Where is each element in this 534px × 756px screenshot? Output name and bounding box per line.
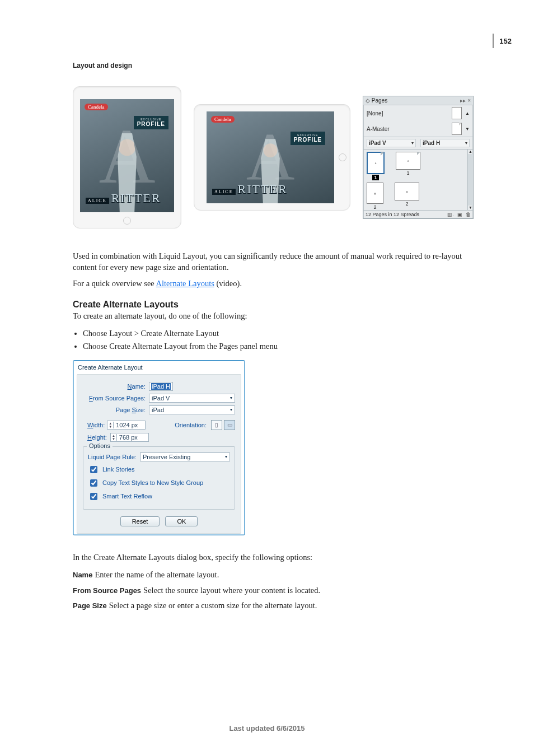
page-thumb[interactable]: ▦ 2 — [395, 183, 419, 210]
lead-text: To create an alternate layout, do one of… — [73, 311, 484, 322]
scroll-up-icon[interactable]: ▲ — [465, 111, 470, 116]
page-number: 152 — [499, 37, 512, 45]
heading-create-alternate: Create Alternate Layouts — [73, 300, 484, 310]
orientation-portrait-button[interactable]: ▯ — [211, 420, 222, 430]
page-size-select[interactable]: iPad▾ — [149, 405, 235, 414]
page-thumbnails: A 1 A 1 ▦ 2 ▦ — [363, 150, 467, 210]
from-source-label: From Source Pages: — [83, 395, 146, 402]
dialog-title: Create Alternate Layout — [74, 362, 243, 374]
page-thumb[interactable]: A 1 — [367, 152, 385, 180]
definition-from-source: From Source PagesSelect the source layou… — [73, 584, 484, 596]
para-liquid: Used in combination with Liquid Layout, … — [73, 251, 484, 273]
definition-name: NameEnter the name of the alternate layo… — [73, 568, 484, 581]
chevron-down-icon: ▾ — [227, 407, 232, 412]
create-alternate-layout-dialog: Create Alternate Layout Name: iPad H Fro… — [73, 360, 245, 535]
afterdialog-text: In the Create Alternate Layouts dialog b… — [73, 552, 484, 563]
pages-panel: ◇ Pages ▸▸ × [None] ▲ A-Master ▼ — [363, 96, 474, 219]
page-thumb[interactable]: ▦ 2 — [367, 183, 383, 210]
master-none-row[interactable]: [None] ▲ — [363, 105, 473, 121]
height-label: Height: — [87, 434, 107, 441]
alternate-layouts-link[interactable]: Alternate Layouts — [156, 279, 214, 288]
profile-badge: EXCLUSIVE PROFILE — [134, 116, 168, 129]
ok-button[interactable]: OK — [165, 516, 198, 526]
steps-list: Choose Layout > Create Alternate Layout … — [83, 327, 484, 353]
page-size-label: Page Size: — [87, 407, 146, 413]
profile-badge: EXCLUSIVE PROFILE — [291, 132, 325, 145]
orientation-landscape-button[interactable]: ▭ — [224, 420, 235, 430]
master-none-label: [None] — [367, 110, 383, 116]
footer-updated: Last updated 6/6/2015 — [0, 724, 534, 732]
a-master-row[interactable]: A-Master ▼ — [363, 121, 473, 137]
layout-col-v[interactable]: iPad V▾ — [367, 139, 416, 147]
list-item: Choose Create Alternate Layout from the … — [83, 340, 484, 353]
chevron-down-icon: ▾ — [222, 454, 227, 459]
ipad-landscape-screen: Candela A EXCLUSIVE PROFILE ALICE RITTER — [207, 111, 334, 203]
panel-scrollbar[interactable]: ▲ ▼ — [467, 150, 473, 210]
new-page-icon[interactable]: ▣ — [457, 212, 462, 217]
page-thumb[interactable]: A 1 — [396, 152, 420, 180]
link-stories-checkbox[interactable]: Link Stories — [88, 464, 230, 475]
smart-text-reflow-checkbox[interactable]: Smart Text Reflow — [88, 491, 230, 502]
para-link: For a quick overview see Alternate Layou… — [73, 278, 484, 290]
scroll-down-icon[interactable]: ▼ — [465, 127, 470, 132]
ipad-portrait: Candela A EXCLUSIVE PROFILE ALICE RITTER — [73, 86, 181, 228]
from-source-select[interactable]: iPad V▾ — [149, 394, 235, 403]
collapse-icon[interactable]: ▸▸ × — [460, 97, 471, 104]
options-legend: Options — [87, 442, 113, 449]
orientation-label: Orientation: — [175, 422, 207, 428]
ipad-portrait-screen: Candela A EXCLUSIVE PROFILE ALICE RITTER — [80, 99, 174, 212]
page-number-box: 152 — [493, 34, 512, 48]
a-master-label: A-Master — [367, 126, 390, 132]
list-item: Choose Layout > Create Alternate Layout — [83, 327, 484, 340]
figures-row: Candela A EXCLUSIVE PROFILE ALICE RITTER… — [73, 86, 484, 228]
edit-page-size-icon[interactable]: ▥. — [447, 212, 454, 217]
pages-panel-tab-label: ◇ Pages — [366, 97, 387, 104]
layout-columns: iPad V▾ iPad H▾ — [363, 137, 473, 150]
pages-panel-tab[interactable]: ◇ Pages ▸▸ × — [363, 96, 473, 105]
cover-title: ALICE RITTER — [212, 182, 288, 197]
chevron-down-icon: ▾ — [465, 141, 467, 146]
definition-page-size: Page SizeSelect a page size or enter a c… — [73, 599, 484, 612]
reset-button[interactable]: Reset — [120, 516, 160, 526]
copy-text-styles-checkbox[interactable]: Copy Text Styles to New Style Group — [88, 478, 230, 488]
panel-status-bar: 12 Pages in 12 Spreads ▥. ▣ 🗑 — [363, 210, 473, 218]
chevron-down-icon: ▾ — [227, 395, 232, 400]
liquid-rule-label: Liquid Page Rule: — [88, 454, 137, 460]
page-icon — [452, 107, 462, 119]
width-stepper[interactable]: ▲▼ 1024 px — [107, 421, 146, 430]
status-text: 12 Pages in 12 Spreads — [366, 212, 419, 217]
width-label: Width: — [87, 422, 105, 428]
layout-col-h[interactable]: iPad H▾ — [420, 139, 470, 147]
cover-title: ALICE RITTER — [86, 191, 161, 206]
delete-page-icon[interactable]: 🗑 — [466, 212, 471, 217]
name-input[interactable]: iPad H — [149, 382, 173, 391]
ipad-landscape: Candela A EXCLUSIVE PROFILE ALICE RITTER — [194, 104, 350, 211]
options-fieldset: Options Liquid Page Rule: Preserve Exist… — [83, 446, 235, 510]
chevron-down-icon: ▾ — [411, 141, 414, 146]
page-icon — [452, 123, 462, 135]
height-stepper[interactable]: ▲▼ 768 px — [110, 433, 149, 442]
liquid-rule-select[interactable]: Preserve Existing▾ — [140, 452, 230, 461]
name-label: Name: — [83, 383, 146, 390]
running-title: Layout and design — [73, 62, 484, 69]
